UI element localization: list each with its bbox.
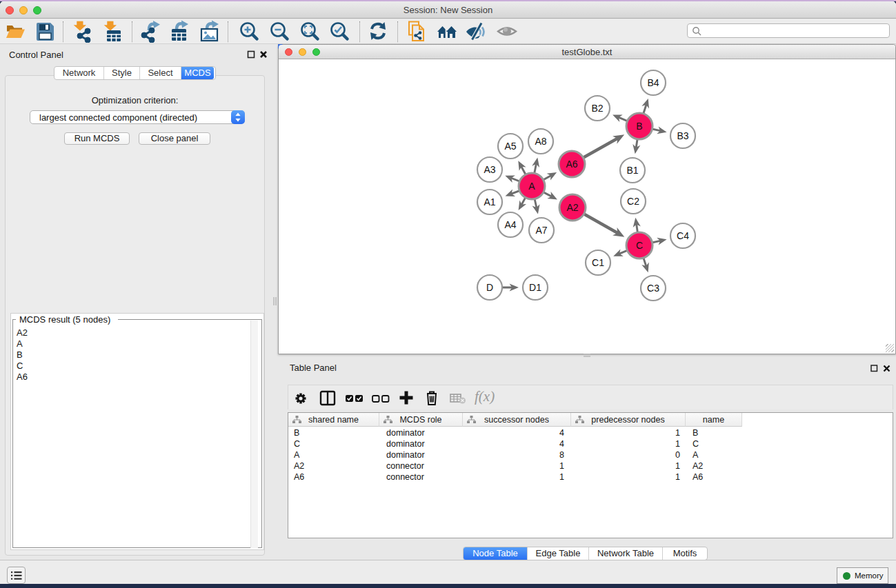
svg-text:D: D <box>486 282 493 293</box>
svg-text:A: A <box>528 181 535 192</box>
svg-text:B2: B2 <box>591 103 603 114</box>
svg-text:A5: A5 <box>504 141 516 152</box>
svg-text:A7: A7 <box>535 225 547 236</box>
svg-text:B4: B4 <box>647 77 659 88</box>
svg-text:C4: C4 <box>677 230 689 241</box>
svg-text:A2: A2 <box>566 202 578 213</box>
svg-text:A3: A3 <box>484 164 495 175</box>
svg-text:A4: A4 <box>504 219 516 230</box>
svg-text:A1: A1 <box>484 196 495 207</box>
svg-text:C: C <box>636 240 643 251</box>
svg-text:A6: A6 <box>566 159 577 170</box>
svg-text:B1: B1 <box>626 165 638 176</box>
svg-text:C1: C1 <box>592 257 604 268</box>
svg-text:B: B <box>636 121 642 132</box>
svg-text:C3: C3 <box>647 283 659 294</box>
svg-text:C2: C2 <box>627 196 639 207</box>
svg-text:D1: D1 <box>529 282 541 293</box>
svg-text:A8: A8 <box>535 136 546 147</box>
svg-text:B3: B3 <box>677 130 688 141</box>
